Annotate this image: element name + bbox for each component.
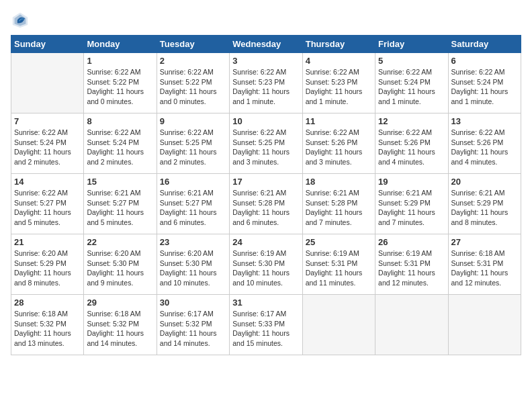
day-number: 28 — [14, 298, 81, 308]
calendar-cell: 1Sunrise: 6:22 AM Sunset: 5:22 PM Daylig… — [84, 53, 157, 113]
day-number: 1 — [87, 56, 153, 66]
week-row-3: 21Sunrise: 6:20 AM Sunset: 5:29 PM Dayli… — [11, 234, 521, 295]
day-info: Sunrise: 6:22 AM Sunset: 5:22 PM Dayligh… — [87, 67, 153, 107]
day-info: Sunrise: 6:22 AM Sunset: 5:26 PM Dayligh… — [306, 128, 372, 167]
col-header-sunday: Sunday — [11, 36, 84, 53]
day-info: Sunrise: 6:21 AM Sunset: 5:28 PM Dayligh… — [306, 188, 372, 228]
calendar-cell: 13Sunrise: 6:22 AM Sunset: 5:26 PM Dayli… — [448, 113, 521, 174]
day-info: Sunrise: 6:19 AM Sunset: 5:31 PM Dayligh… — [306, 248, 372, 288]
day-number: 3 — [232, 56, 299, 66]
calendar-cell: 14Sunrise: 6:22 AM Sunset: 5:27 PM Dayli… — [11, 174, 84, 234]
calendar-cell: 8Sunrise: 6:22 AM Sunset: 5:24 PM Daylig… — [84, 113, 157, 174]
day-info: Sunrise: 6:22 AM Sunset: 5:22 PM Dayligh… — [160, 67, 226, 107]
day-info: Sunrise: 6:22 AM Sunset: 5:23 PM Dayligh… — [232, 67, 299, 107]
col-header-tuesday: Tuesday — [157, 36, 229, 53]
day-info: Sunrise: 6:22 AM Sunset: 5:24 PM Dayligh… — [451, 67, 518, 107]
day-number: 13 — [451, 116, 518, 126]
calendar-cell: 30Sunrise: 6:17 AM Sunset: 5:32 PM Dayli… — [157, 295, 229, 355]
day-info: Sunrise: 6:18 AM Sunset: 5:31 PM Dayligh… — [451, 248, 518, 288]
day-info: Sunrise: 6:19 AM Sunset: 5:30 PM Dayligh… — [232, 248, 299, 288]
day-info: Sunrise: 6:20 AM Sunset: 5:30 PM Dayligh… — [87, 248, 153, 288]
calendar-cell — [302, 295, 375, 355]
calendar-cell: 20Sunrise: 6:21 AM Sunset: 5:29 PM Dayli… — [448, 174, 521, 234]
week-row-4: 28Sunrise: 6:18 AM Sunset: 5:32 PM Dayli… — [11, 295, 521, 355]
col-header-monday: Monday — [84, 36, 157, 53]
day-number: 10 — [232, 116, 299, 126]
calendar-cell: 16Sunrise: 6:21 AM Sunset: 5:27 PM Dayli… — [157, 174, 229, 234]
day-info: Sunrise: 6:22 AM Sunset: 5:23 PM Dayligh… — [306, 67, 372, 107]
calendar-cell: 3Sunrise: 6:22 AM Sunset: 5:23 PM Daylig… — [230, 53, 302, 113]
day-number: 19 — [378, 177, 445, 187]
calendar-header-row: SundayMondayTuesdayWednesdayThursdayFrid… — [11, 36, 521, 53]
day-info: Sunrise: 6:17 AM Sunset: 5:33 PM Dayligh… — [232, 309, 299, 349]
day-info: Sunrise: 6:21 AM Sunset: 5:27 PM Dayligh… — [87, 188, 153, 228]
calendar-cell: 15Sunrise: 6:21 AM Sunset: 5:27 PM Dayli… — [84, 174, 157, 234]
calendar-cell: 18Sunrise: 6:21 AM Sunset: 5:28 PM Dayli… — [302, 174, 375, 234]
day-number: 17 — [232, 177, 299, 187]
day-info: Sunrise: 6:20 AM Sunset: 5:30 PM Dayligh… — [160, 248, 226, 288]
day-number: 12 — [378, 116, 445, 126]
calendar-cell: 24Sunrise: 6:19 AM Sunset: 5:30 PM Dayli… — [230, 234, 302, 295]
calendar-cell — [448, 295, 521, 355]
day-info: Sunrise: 6:22 AM Sunset: 5:26 PM Dayligh… — [378, 128, 445, 167]
day-info: Sunrise: 6:21 AM Sunset: 5:28 PM Dayligh… — [232, 188, 299, 228]
calendar-cell: 29Sunrise: 6:18 AM Sunset: 5:32 PM Dayli… — [84, 295, 157, 355]
col-header-thursday: Thursday — [302, 36, 375, 53]
day-number: 25 — [306, 237, 372, 247]
day-number: 29 — [87, 298, 153, 308]
calendar-cell: 31Sunrise: 6:17 AM Sunset: 5:33 PM Dayli… — [230, 295, 302, 355]
col-header-wednesday: Wednesday — [230, 36, 302, 53]
calendar-cell: 22Sunrise: 6:20 AM Sunset: 5:30 PM Dayli… — [84, 234, 157, 295]
calendar-cell: 25Sunrise: 6:19 AM Sunset: 5:31 PM Dayli… — [302, 234, 375, 295]
day-info: Sunrise: 6:21 AM Sunset: 5:29 PM Dayligh… — [378, 188, 445, 228]
calendar-cell: 9Sunrise: 6:22 AM Sunset: 5:25 PM Daylig… — [157, 113, 229, 174]
day-number: 5 — [378, 56, 445, 66]
calendar-cell: 5Sunrise: 6:22 AM Sunset: 5:24 PM Daylig… — [375, 53, 448, 113]
day-info: Sunrise: 6:22 AM Sunset: 5:24 PM Dayligh… — [378, 67, 445, 107]
day-number: 31 — [232, 298, 299, 308]
day-info: Sunrise: 6:22 AM Sunset: 5:25 PM Dayligh… — [232, 128, 299, 167]
day-info: Sunrise: 6:22 AM Sunset: 5:24 PM Dayligh… — [14, 128, 81, 167]
day-info: Sunrise: 6:21 AM Sunset: 5:29 PM Dayligh… — [451, 188, 518, 228]
calendar-cell: 7Sunrise: 6:22 AM Sunset: 5:24 PM Daylig… — [11, 113, 84, 174]
calendar-cell: 17Sunrise: 6:21 AM Sunset: 5:28 PM Dayli… — [230, 174, 302, 234]
day-number: 21 — [14, 237, 81, 247]
logo — [11, 11, 32, 30]
day-info: Sunrise: 6:22 AM Sunset: 5:25 PM Dayligh… — [160, 128, 226, 167]
page-header — [11, 11, 521, 30]
day-number: 23 — [160, 237, 226, 247]
calendar-cell: 4Sunrise: 6:22 AM Sunset: 5:23 PM Daylig… — [302, 53, 375, 113]
day-number: 2 — [160, 56, 226, 66]
col-header-saturday: Saturday — [448, 36, 521, 53]
week-row-0: 1Sunrise: 6:22 AM Sunset: 5:22 PM Daylig… — [11, 53, 521, 113]
week-row-1: 7Sunrise: 6:22 AM Sunset: 5:24 PM Daylig… — [11, 113, 521, 174]
day-number: 26 — [378, 237, 445, 247]
day-number: 22 — [87, 237, 153, 247]
day-number: 7 — [14, 116, 81, 126]
day-number: 18 — [306, 177, 372, 187]
calendar-body: 1Sunrise: 6:22 AM Sunset: 5:22 PM Daylig… — [11, 53, 521, 355]
day-number: 24 — [232, 237, 299, 247]
day-number: 30 — [160, 298, 226, 308]
calendar-cell: 2Sunrise: 6:22 AM Sunset: 5:22 PM Daylig… — [157, 53, 229, 113]
day-info: Sunrise: 6:22 AM Sunset: 5:26 PM Dayligh… — [451, 128, 518, 167]
day-info: Sunrise: 6:22 AM Sunset: 5:27 PM Dayligh… — [14, 188, 81, 228]
day-number: 16 — [160, 177, 226, 187]
logo-icon — [11, 11, 30, 30]
calendar-cell: 21Sunrise: 6:20 AM Sunset: 5:29 PM Dayli… — [11, 234, 84, 295]
day-number: 27 — [451, 237, 518, 247]
day-number: 8 — [87, 116, 153, 126]
week-row-2: 14Sunrise: 6:22 AM Sunset: 5:27 PM Dayli… — [11, 174, 521, 234]
calendar-cell: 28Sunrise: 6:18 AM Sunset: 5:32 PM Dayli… — [11, 295, 84, 355]
calendar-cell: 26Sunrise: 6:19 AM Sunset: 5:31 PM Dayli… — [375, 234, 448, 295]
day-number: 11 — [306, 116, 372, 126]
day-info: Sunrise: 6:20 AM Sunset: 5:29 PM Dayligh… — [14, 248, 81, 288]
calendar-cell: 6Sunrise: 6:22 AM Sunset: 5:24 PM Daylig… — [448, 53, 521, 113]
day-number: 4 — [306, 56, 372, 66]
calendar-cell — [375, 295, 448, 355]
day-info: Sunrise: 6:21 AM Sunset: 5:27 PM Dayligh… — [160, 188, 226, 228]
day-info: Sunrise: 6:17 AM Sunset: 5:32 PM Dayligh… — [160, 309, 226, 349]
day-number: 14 — [14, 177, 81, 187]
calendar-table: SundayMondayTuesdayWednesdayThursdayFrid… — [11, 35, 521, 355]
calendar-cell: 27Sunrise: 6:18 AM Sunset: 5:31 PM Dayli… — [448, 234, 521, 295]
